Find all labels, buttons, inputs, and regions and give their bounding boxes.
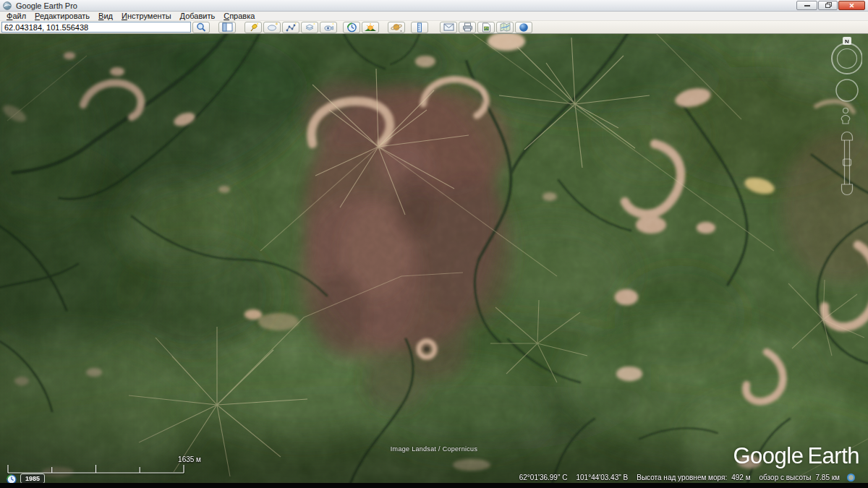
saturn-icon: [391, 22, 403, 32]
title-bar: Google Earth Pro ✕: [0, 0, 868, 12]
look-joystick[interactable]: [836, 80, 858, 101]
add-image-overlay-button[interactable]: [301, 22, 318, 33]
menu-file[interactable]: Файл: [2, 12, 30, 20]
status-longitude: 101°44'03.43" В: [576, 474, 628, 481]
google-earth-window: Google Earth Pro ✕ Файл Редактировать Ви…: [0, 0, 868, 488]
close-button[interactable]: ✕: [838, 1, 865, 10]
email-button[interactable]: [440, 22, 457, 33]
imagery-attribution: Image Landsat / Copernicus: [391, 445, 477, 453]
status-bar: 62°01'36.99" С 101°44'03.43" В Высота на…: [519, 474, 855, 481]
add-path-button[interactable]: [282, 22, 299, 33]
status-eye-label: обзор с высоты: [760, 474, 812, 481]
menu-tools[interactable]: Инструменты: [117, 12, 176, 20]
satellite-imagery: [0, 34, 868, 483]
ruler-button[interactable]: [411, 22, 428, 33]
google-earth-logo: GoogleEarth: [733, 443, 859, 469]
search-icon: [196, 22, 206, 32]
envelope-icon: [443, 23, 454, 31]
menu-bar: Файл Редактировать Вид Инструменты Добав…: [0, 12, 868, 21]
add-polygon-button[interactable]: [263, 22, 281, 33]
placemark-icon: [248, 22, 259, 33]
historical-imagery-button[interactable]: [343, 22, 360, 33]
pegman-icon[interactable]: [841, 108, 850, 124]
save-image-icon: [482, 22, 491, 33]
map-icon: [500, 22, 511, 32]
polygon-icon: [267, 22, 278, 32]
status-eye-value: 7.85 км: [816, 474, 841, 481]
zoom-slider[interactable]: [842, 132, 853, 195]
close-icon: ✕: [849, 2, 855, 9]
menu-help[interactable]: Справка: [219, 12, 259, 20]
image-overlay-icon: [305, 22, 315, 32]
streaming-indicator: [847, 474, 855, 481]
search-input[interactable]: [1, 22, 191, 33]
restore-button[interactable]: [818, 1, 838, 10]
blue-globe-icon: [519, 22, 529, 33]
video-camera-icon: [323, 22, 334, 32]
status-altitude-label: Высота над уровнем моря:: [637, 474, 727, 481]
view-in-google-maps-button[interactable]: [496, 22, 514, 33]
add-placemark-button[interactable]: [244, 22, 262, 33]
show-sidebar-button[interactable]: [218, 22, 236, 33]
ruler-icon: [417, 22, 422, 33]
logo-word-earth: Earth: [807, 443, 859, 468]
print-button[interactable]: [459, 22, 476, 33]
zoom-in-button[interactable]: [842, 132, 853, 140]
status-latitude: 62°01'36.99" С: [519, 474, 568, 481]
printer-icon: [462, 22, 473, 32]
navigation-controls: N: [826, 36, 862, 202]
sun-icon: [365, 22, 376, 32]
toolbar: [0, 21, 868, 34]
status-altitude-value: 492 м: [731, 474, 750, 481]
path-icon: [286, 22, 297, 32]
search-button[interactable]: [192, 22, 210, 33]
app-icon: [3, 1, 12, 10]
bottom-strip: [0, 483, 868, 488]
window-title: Google Earth Pro: [16, 0, 77, 12]
compass-ring[interactable]: [832, 43, 862, 74]
minimize-icon: [804, 5, 810, 7]
globe-button[interactable]: [515, 22, 532, 33]
minimize-button[interactable]: [796, 1, 817, 10]
zoom-out-button[interactable]: [842, 184, 853, 195]
imagery-date-tab[interactable]: 1985: [20, 474, 45, 484]
clock-history-icon: [346, 22, 357, 33]
record-tour-button[interactable]: [320, 22, 337, 33]
logo-word-google: Google: [733, 443, 803, 468]
save-image-button[interactable]: [477, 22, 495, 33]
sunlight-button[interactable]: [362, 22, 379, 33]
menu-view[interactable]: Вид: [94, 12, 117, 20]
restore-icon: [825, 4, 830, 8]
menu-edit[interactable]: Редактировать: [30, 12, 94, 20]
sidebar-icon: [222, 22, 233, 32]
switch-planets-button[interactable]: [388, 22, 405, 33]
map-canvas[interactable]: [0, 34, 868, 483]
menu-add[interactable]: Добавить: [176, 12, 220, 20]
